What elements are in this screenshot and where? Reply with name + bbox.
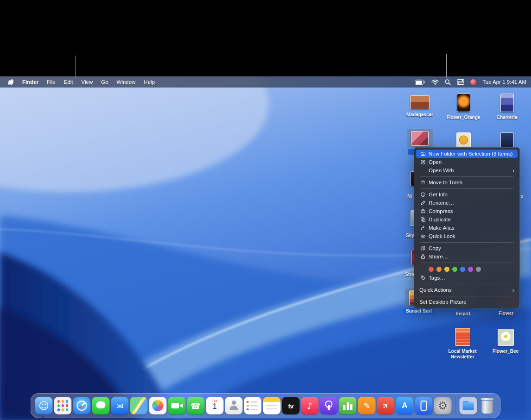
menu-file[interactable]: File (47, 79, 56, 85)
menu-item-copy[interactable]: Copy (416, 244, 518, 252)
dock-icon-podcasts[interactable] (320, 397, 338, 414)
dock-icon-launchpad[interactable] (54, 397, 72, 414)
menu-item-get-info[interactable]: Get Info (416, 190, 518, 199)
battery-icon[interactable] (415, 80, 425, 85)
finder-face-icon (35, 397, 53, 414)
menu-item-tags[interactable]: Tags… (416, 274, 518, 282)
dock-icon-rocket-app[interactable] (377, 397, 395, 414)
app-store-letter: A (396, 397, 414, 414)
photo-thumbnail (410, 95, 430, 109)
menu-item-open[interactable]: Open (416, 158, 518, 166)
menu-go[interactable]: Go (101, 79, 108, 85)
menu-finder[interactable]: Finder (22, 79, 38, 85)
menu-item-compress[interactable]: Compress (416, 207, 518, 215)
dock-icon-downloads-folder[interactable] (460, 397, 477, 414)
alias-arrow-icon (419, 225, 426, 231)
submenu-chevron-icon (512, 168, 514, 174)
menu-view[interactable]: View (82, 79, 93, 85)
info-icon (419, 192, 426, 197)
compress-icon (419, 208, 426, 214)
dock-icon-numbers[interactable] (339, 397, 357, 414)
open-icon (419, 159, 426, 165)
menu-item-open-with[interactable]: Open With (416, 166, 518, 175)
dock-divider (455, 396, 456, 415)
tag-yellow[interactable] (444, 267, 449, 272)
dock-icon-app-store[interactable]: A (396, 397, 414, 414)
dock-icon-iphone-mirroring[interactable] (415, 397, 433, 414)
tv-logo-text: tv (282, 397, 300, 414)
desktop-icon-charreria[interactable]: Charreria (491, 92, 523, 120)
callout-line-left (76, 56, 76, 78)
envelope-icon (111, 397, 129, 414)
tag-blue[interactable] (460, 267, 465, 272)
dock-icon-pages[interactable] (358, 397, 376, 414)
tag-gray[interactable] (476, 267, 481, 272)
menu-item-move-to-trash[interactable]: Move to Trash (416, 178, 518, 187)
menu-item-new-folder-with-selection[interactable]: New Folder with Selection (3 Items) (416, 150, 518, 158)
dock-icon-tv[interactable]: tv (282, 397, 300, 414)
menu-edit[interactable]: Edit (64, 79, 73, 85)
dock-icon-phone[interactable] (187, 397, 205, 414)
desktop-label-fragment-sky: Sky (406, 233, 414, 238)
menu-separator (420, 263, 513, 263)
dock-icon-contacts[interactable] (225, 397, 243, 414)
calendar-day: 1 (206, 402, 224, 411)
tag-red[interactable] (429, 267, 434, 272)
apple-menu[interactable] (8, 79, 14, 85)
trash-icon (419, 180, 426, 185)
menu-item-share[interactable]: Share… (416, 252, 518, 261)
dock-icon-finder[interactable] (35, 397, 53, 414)
wifi-icon[interactable] (431, 79, 439, 85)
menu-window[interactable]: Window (117, 79, 136, 85)
menu-help[interactable]: Help (144, 79, 155, 85)
screen: Finder File Edit View Go Window Help (0, 0, 531, 420)
share-icon (419, 254, 426, 259)
copy-icon (419, 245, 426, 251)
dock: Tue 1 tv A (31, 393, 501, 418)
tag-color-row (416, 264, 518, 274)
tag-green[interactable] (452, 267, 457, 272)
control-center-icon[interactable] (457, 79, 464, 85)
dock-icon-reminders[interactable] (244, 397, 262, 414)
rocket-icon (377, 397, 395, 414)
desktop-icon-flower-orange[interactable]: Flower_Orange (447, 92, 480, 120)
desktop-label-fragment-night: Ni (407, 194, 412, 199)
desktop-label-fragment-strawberry: Stra (405, 272, 414, 277)
menu-item-set-desktop-picture[interactable]: Set Desktop Picture (416, 298, 518, 306)
photo-thumbnail (411, 131, 429, 146)
apple-logo-icon (8, 79, 14, 85)
desktop-icon-local-market-newsletter[interactable]: Local MarketNewsletter (446, 326, 479, 360)
menu-item-quick-actions[interactable]: Quick Actions (416, 286, 518, 294)
spotlight-search-icon[interactable] (445, 79, 451, 85)
menu-separator (420, 284, 513, 284)
dock-icon-mail[interactable] (111, 397, 129, 414)
document-thumbnail (455, 328, 470, 346)
menu-bar-clock[interactable]: Tue Apr 1 9:41 AM (482, 79, 526, 85)
dock-icon-messages[interactable] (92, 397, 110, 414)
eye-icon (419, 233, 426, 239)
tag-orange[interactable] (436, 267, 442, 272)
dock-icon-maps[interactable] (130, 397, 148, 414)
menu-item-duplicate[interactable]: Duplicate (416, 215, 518, 224)
duplicate-icon (419, 217, 426, 222)
desktop-icon-madagascar[interactable]: Madagascar (404, 94, 436, 118)
photo-thumbnail (498, 329, 514, 346)
desktop-label-fragment-p: p (520, 194, 523, 199)
pen-icon (358, 397, 376, 414)
photo-thumbnail (457, 94, 470, 112)
dock-icon-calendar[interactable]: Tue 1 (206, 397, 224, 414)
dock-icon-facetime[interactable] (168, 397, 186, 414)
dock-icon-photos[interactable] (149, 397, 167, 414)
desktop-icon-flower-bee[interactable]: Flower_Bee (489, 327, 522, 354)
dock-icon-music[interactable] (301, 397, 319, 414)
dock-icon-notes[interactable] (263, 397, 281, 414)
menu-item-rename[interactable]: Rename… (416, 199, 518, 207)
tag-purple[interactable] (468, 267, 473, 272)
dock-icon-trash[interactable] (479, 397, 496, 414)
menu-item-quick-look[interactable]: Quick Look (416, 232, 518, 240)
dock-icon-system-settings[interactable] (434, 397, 452, 414)
siri-icon[interactable] (470, 79, 476, 85)
new-folder-icon (419, 151, 426, 157)
menu-item-make-alias[interactable]: Make Alias (416, 224, 518, 232)
dock-icon-safari[interactable] (73, 397, 91, 414)
